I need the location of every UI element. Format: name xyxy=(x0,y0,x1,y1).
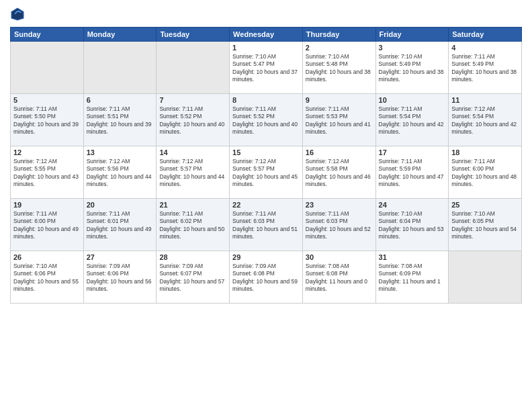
date-number: 15 xyxy=(232,148,300,156)
cell-info: Sunrise: 7:09 AMSunset: 6:08 PMDaylight:… xyxy=(232,263,300,293)
calendar-cell xyxy=(11,42,84,94)
day-header-sunday: Sunday xyxy=(11,28,84,42)
cell-info: Sunrise: 7:10 AMSunset: 5:48 PMDaylight:… xyxy=(306,53,373,84)
day-header-monday: Monday xyxy=(83,28,157,42)
cell-info: Sunrise: 7:12 AMSunset: 5:57 PMDaylight:… xyxy=(159,158,226,189)
cell-info: Sunrise: 7:11 AMSunset: 6:01 PMDaylight:… xyxy=(87,210,154,241)
day-header-friday: Friday xyxy=(375,28,449,42)
calendar-cell: 17Sunrise: 7:11 AMSunset: 5:59 PMDayligh… xyxy=(375,146,449,199)
calendar-cell: 22Sunrise: 7:11 AMSunset: 6:03 PMDayligh… xyxy=(230,199,303,251)
cell-info: Sunrise: 7:12 AMSunset: 5:55 PMDaylight:… xyxy=(13,158,81,189)
cell-info: Sunrise: 7:09 AMSunset: 6:06 PMDaylight:… xyxy=(87,263,154,293)
cell-info: Sunrise: 7:12 AMSunset: 5:54 PMDaylight:… xyxy=(451,105,519,136)
calendar-cell: 1Sunrise: 7:10 AMSunset: 5:47 PMDaylight… xyxy=(230,42,303,94)
date-number: 21 xyxy=(159,201,226,209)
cell-info: Sunrise: 7:11 AMSunset: 5:53 PMDaylight:… xyxy=(306,105,373,136)
day-header-wednesday: Wednesday xyxy=(230,28,303,42)
cell-info: Sunrise: 7:10 AMSunset: 5:47 PMDaylight:… xyxy=(232,53,300,84)
calendar-cell: 6Sunrise: 7:11 AMSunset: 5:51 PMDaylight… xyxy=(83,94,157,146)
cell-info: Sunrise: 7:09 AMSunset: 6:07 PMDaylight:… xyxy=(159,263,226,293)
cell-info: Sunrise: 7:11 AMSunset: 6:03 PMDaylight:… xyxy=(306,210,373,241)
calendar-cell: 27Sunrise: 7:09 AMSunset: 6:06 PMDayligh… xyxy=(83,251,157,304)
logo-icon xyxy=(10,7,25,21)
date-number: 29 xyxy=(232,253,300,261)
cell-info: Sunrise: 7:11 AMSunset: 6:03 PMDaylight:… xyxy=(232,210,300,241)
calendar-cell: 16Sunrise: 7:12 AMSunset: 5:58 PMDayligh… xyxy=(302,146,375,199)
calendar-cell: 11Sunrise: 7:12 AMSunset: 5:54 PMDayligh… xyxy=(449,94,522,146)
calendar-week-3: 12Sunrise: 7:12 AMSunset: 5:55 PMDayligh… xyxy=(11,146,522,199)
date-number: 23 xyxy=(306,201,373,209)
calendar-cell: 24Sunrise: 7:10 AMSunset: 6:04 PMDayligh… xyxy=(375,199,449,251)
date-number: 13 xyxy=(87,148,154,156)
cell-info: Sunrise: 7:11 AMSunset: 6:00 PMDaylight:… xyxy=(13,210,81,241)
date-number: 4 xyxy=(451,44,519,52)
date-number: 1 xyxy=(232,44,300,52)
calendar-cell: 25Sunrise: 7:10 AMSunset: 6:05 PMDayligh… xyxy=(449,199,522,251)
logo xyxy=(10,7,26,21)
cell-info: Sunrise: 7:10 AMSunset: 6:06 PMDaylight:… xyxy=(13,263,81,293)
calendar-cell: 19Sunrise: 7:11 AMSunset: 6:00 PMDayligh… xyxy=(11,199,84,251)
date-number: 22 xyxy=(232,201,300,209)
calendar-week-5: 26Sunrise: 7:10 AMSunset: 6:06 PMDayligh… xyxy=(11,251,522,304)
calendar-cell: 12Sunrise: 7:12 AMSunset: 5:55 PMDayligh… xyxy=(11,146,84,199)
calendar-cell: 3Sunrise: 7:10 AMSunset: 5:49 PMDaylight… xyxy=(375,42,449,94)
date-number: 16 xyxy=(306,148,373,156)
calendar-cell: 29Sunrise: 7:09 AMSunset: 6:08 PMDayligh… xyxy=(230,251,303,304)
calendar-cell: 10Sunrise: 7:11 AMSunset: 5:54 PMDayligh… xyxy=(375,94,449,146)
cell-info: Sunrise: 7:10 AMSunset: 6:04 PMDaylight:… xyxy=(379,210,446,241)
cell-info: Sunrise: 7:08 AMSunset: 6:08 PMDaylight:… xyxy=(306,263,373,293)
cell-info: Sunrise: 7:08 AMSunset: 6:09 PMDaylight:… xyxy=(379,263,446,293)
date-number: 10 xyxy=(379,96,446,104)
cell-info: Sunrise: 7:11 AMSunset: 5:59 PMDaylight:… xyxy=(379,158,446,189)
calendar-cell: 20Sunrise: 7:11 AMSunset: 6:01 PMDayligh… xyxy=(83,199,157,251)
calendar: SundayMondayTuesdayWednesdayThursdayFrid… xyxy=(10,27,522,304)
cell-info: Sunrise: 7:11 AMSunset: 5:51 PMDaylight:… xyxy=(87,105,154,136)
calendar-cell: 23Sunrise: 7:11 AMSunset: 6:03 PMDayligh… xyxy=(302,199,375,251)
calendar-cell: 5Sunrise: 7:11 AMSunset: 5:50 PMDaylight… xyxy=(11,94,84,146)
calendar-cell xyxy=(449,251,522,304)
page: SundayMondayTuesdayWednesdayThursdayFrid… xyxy=(0,0,532,411)
cell-info: Sunrise: 7:10 AMSunset: 6:05 PMDaylight:… xyxy=(451,210,519,241)
calendar-cell: 8Sunrise: 7:11 AMSunset: 5:52 PMDaylight… xyxy=(230,94,303,146)
cell-info: Sunrise: 7:11 AMSunset: 5:50 PMDaylight:… xyxy=(13,105,81,136)
cell-info: Sunrise: 7:12 AMSunset: 5:57 PMDaylight:… xyxy=(232,158,300,189)
day-header-tuesday: Tuesday xyxy=(157,28,230,42)
cell-info: Sunrise: 7:10 AMSunset: 5:49 PMDaylight:… xyxy=(379,53,446,84)
date-number: 26 xyxy=(13,253,81,261)
date-number: 25 xyxy=(451,201,519,209)
cell-info: Sunrise: 7:11 AMSunset: 5:52 PMDaylight:… xyxy=(232,105,300,136)
calendar-cell: 2Sunrise: 7:10 AMSunset: 5:48 PMDaylight… xyxy=(302,42,375,94)
calendar-cell: 14Sunrise: 7:12 AMSunset: 5:57 PMDayligh… xyxy=(157,146,230,199)
cell-info: Sunrise: 7:11 AMSunset: 5:52 PMDaylight:… xyxy=(159,105,226,136)
calendar-cell xyxy=(83,42,157,94)
calendar-cell: 26Sunrise: 7:10 AMSunset: 6:06 PMDayligh… xyxy=(11,251,84,304)
cell-info: Sunrise: 7:12 AMSunset: 5:56 PMDaylight:… xyxy=(87,158,154,189)
date-number: 9 xyxy=(306,96,373,104)
day-header-saturday: Saturday xyxy=(449,28,522,42)
calendar-header-row: SundayMondayTuesdayWednesdayThursdayFrid… xyxy=(11,28,522,42)
date-number: 28 xyxy=(159,253,226,261)
date-number: 2 xyxy=(306,44,373,52)
calendar-cell: 4Sunrise: 7:11 AMSunset: 5:49 PMDaylight… xyxy=(449,42,522,94)
calendar-cell: 28Sunrise: 7:09 AMSunset: 6:07 PMDayligh… xyxy=(157,251,230,304)
cell-info: Sunrise: 7:12 AMSunset: 5:58 PMDaylight:… xyxy=(306,158,373,189)
date-number: 24 xyxy=(379,201,446,209)
calendar-week-1: 1Sunrise: 7:10 AMSunset: 5:47 PMDaylight… xyxy=(11,42,522,94)
calendar-cell: 21Sunrise: 7:11 AMSunset: 6:02 PMDayligh… xyxy=(157,199,230,251)
calendar-cell: 9Sunrise: 7:11 AMSunset: 5:53 PMDaylight… xyxy=(302,94,375,146)
date-number: 19 xyxy=(13,201,81,209)
date-number: 5 xyxy=(13,96,81,104)
calendar-week-2: 5Sunrise: 7:11 AMSunset: 5:50 PMDaylight… xyxy=(11,94,522,146)
cell-info: Sunrise: 7:11 AMSunset: 6:02 PMDaylight:… xyxy=(159,210,226,241)
calendar-cell: 7Sunrise: 7:11 AMSunset: 5:52 PMDaylight… xyxy=(157,94,230,146)
cell-info: Sunrise: 7:11 AMSunset: 5:54 PMDaylight:… xyxy=(379,105,446,136)
date-number: 14 xyxy=(159,148,226,156)
date-number: 6 xyxy=(87,96,154,104)
date-number: 11 xyxy=(451,96,519,104)
date-number: 12 xyxy=(13,148,81,156)
cell-info: Sunrise: 7:11 AMSunset: 5:49 PMDaylight:… xyxy=(451,53,519,84)
date-number: 7 xyxy=(159,96,226,104)
calendar-cell: 18Sunrise: 7:11 AMSunset: 6:00 PMDayligh… xyxy=(449,146,522,199)
calendar-week-4: 19Sunrise: 7:11 AMSunset: 6:00 PMDayligh… xyxy=(11,199,522,251)
calendar-cell: 31Sunrise: 7:08 AMSunset: 6:09 PMDayligh… xyxy=(375,251,449,304)
